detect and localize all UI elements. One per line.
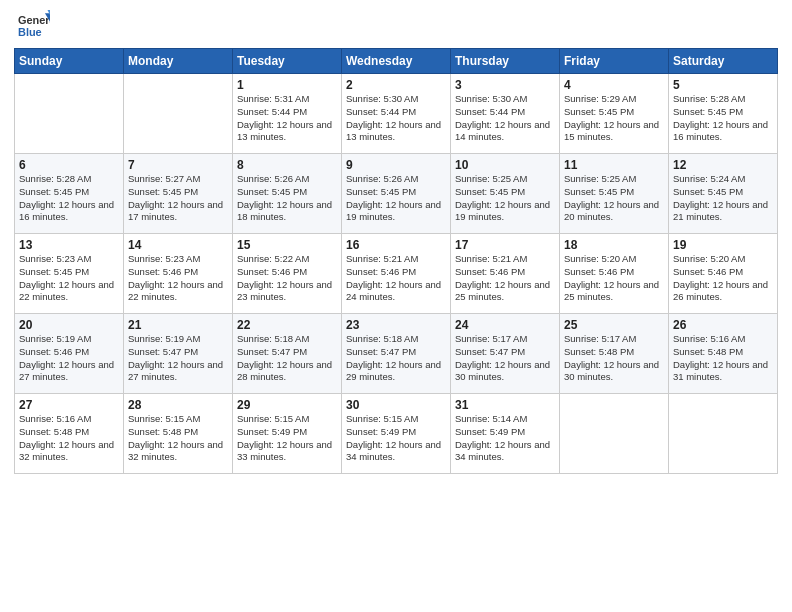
day-number: 19 <box>673 238 773 252</box>
calendar-cell: 24Sunrise: 5:17 AMSunset: 5:47 PMDayligh… <box>451 314 560 394</box>
daylight-text: Daylight: 12 hours and 29 minutes. <box>346 359 446 385</box>
page: General Blue SundayMondayTuesdayWednesda… <box>0 0 792 612</box>
calendar-cell: 13Sunrise: 5:23 AMSunset: 5:45 PMDayligh… <box>15 234 124 314</box>
calendar-cell: 6Sunrise: 5:28 AMSunset: 5:45 PMDaylight… <box>15 154 124 234</box>
daylight-text: Daylight: 12 hours and 22 minutes. <box>19 279 119 305</box>
day-number: 13 <box>19 238 119 252</box>
sunset-text: Sunset: 5:46 PM <box>673 266 773 279</box>
day-info: Sunrise: 5:18 AMSunset: 5:47 PMDaylight:… <box>346 333 446 384</box>
sunset-text: Sunset: 5:44 PM <box>455 106 555 119</box>
day-number: 30 <box>346 398 446 412</box>
calendar-cell: 25Sunrise: 5:17 AMSunset: 5:48 PMDayligh… <box>560 314 669 394</box>
day-number: 23 <box>346 318 446 332</box>
day-info: Sunrise: 5:24 AMSunset: 5:45 PMDaylight:… <box>673 173 773 224</box>
daylight-text: Daylight: 12 hours and 30 minutes. <box>564 359 664 385</box>
calendar-cell: 15Sunrise: 5:22 AMSunset: 5:46 PMDayligh… <box>233 234 342 314</box>
day-info: Sunrise: 5:20 AMSunset: 5:46 PMDaylight:… <box>564 253 664 304</box>
day-info: Sunrise: 5:25 AMSunset: 5:45 PMDaylight:… <box>455 173 555 224</box>
calendar-header-monday: Monday <box>124 49 233 74</box>
calendar-cell: 29Sunrise: 5:15 AMSunset: 5:49 PMDayligh… <box>233 394 342 474</box>
sunrise-text: Sunrise: 5:21 AM <box>455 253 555 266</box>
day-info: Sunrise: 5:28 AMSunset: 5:45 PMDaylight:… <box>19 173 119 224</box>
calendar-cell: 10Sunrise: 5:25 AMSunset: 5:45 PMDayligh… <box>451 154 560 234</box>
daylight-text: Daylight: 12 hours and 22 minutes. <box>128 279 228 305</box>
sunrise-text: Sunrise: 5:16 AM <box>673 333 773 346</box>
daylight-text: Daylight: 12 hours and 19 minutes. <box>455 199 555 225</box>
daylight-text: Daylight: 12 hours and 33 minutes. <box>237 439 337 465</box>
sunset-text: Sunset: 5:49 PM <box>346 426 446 439</box>
calendar-cell: 21Sunrise: 5:19 AMSunset: 5:47 PMDayligh… <box>124 314 233 394</box>
sunset-text: Sunset: 5:44 PM <box>346 106 446 119</box>
calendar-header-saturday: Saturday <box>669 49 778 74</box>
sunrise-text: Sunrise: 5:28 AM <box>673 93 773 106</box>
daylight-text: Daylight: 12 hours and 19 minutes. <box>346 199 446 225</box>
daylight-text: Daylight: 12 hours and 32 minutes. <box>19 439 119 465</box>
calendar-cell <box>560 394 669 474</box>
day-number: 26 <box>673 318 773 332</box>
day-info: Sunrise: 5:18 AMSunset: 5:47 PMDaylight:… <box>237 333 337 384</box>
daylight-text: Daylight: 12 hours and 16 minutes. <box>19 199 119 225</box>
day-info: Sunrise: 5:22 AMSunset: 5:46 PMDaylight:… <box>237 253 337 304</box>
day-info: Sunrise: 5:14 AMSunset: 5:49 PMDaylight:… <box>455 413 555 464</box>
sunset-text: Sunset: 5:48 PM <box>673 346 773 359</box>
day-number: 11 <box>564 158 664 172</box>
sunrise-text: Sunrise: 5:20 AM <box>673 253 773 266</box>
day-number: 8 <box>237 158 337 172</box>
sunset-text: Sunset: 5:45 PM <box>564 106 664 119</box>
sunrise-text: Sunrise: 5:15 AM <box>346 413 446 426</box>
day-info: Sunrise: 5:23 AMSunset: 5:45 PMDaylight:… <box>19 253 119 304</box>
calendar-cell: 4Sunrise: 5:29 AMSunset: 5:45 PMDaylight… <box>560 74 669 154</box>
sunrise-text: Sunrise: 5:18 AM <box>237 333 337 346</box>
sunrise-text: Sunrise: 5:25 AM <box>455 173 555 186</box>
day-info: Sunrise: 5:17 AMSunset: 5:48 PMDaylight:… <box>564 333 664 384</box>
daylight-text: Daylight: 12 hours and 26 minutes. <box>673 279 773 305</box>
day-number: 5 <box>673 78 773 92</box>
calendar-week-row: 20Sunrise: 5:19 AMSunset: 5:46 PMDayligh… <box>15 314 778 394</box>
sunset-text: Sunset: 5:44 PM <box>237 106 337 119</box>
day-info: Sunrise: 5:23 AMSunset: 5:46 PMDaylight:… <box>128 253 228 304</box>
day-info: Sunrise: 5:28 AMSunset: 5:45 PMDaylight:… <box>673 93 773 144</box>
day-number: 3 <box>455 78 555 92</box>
day-number: 2 <box>346 78 446 92</box>
sunrise-text: Sunrise: 5:14 AM <box>455 413 555 426</box>
sunset-text: Sunset: 5:45 PM <box>455 186 555 199</box>
daylight-text: Daylight: 12 hours and 21 minutes. <box>673 199 773 225</box>
calendar-cell: 16Sunrise: 5:21 AMSunset: 5:46 PMDayligh… <box>342 234 451 314</box>
logo: General Blue <box>14 10 50 42</box>
calendar-week-row: 27Sunrise: 5:16 AMSunset: 5:48 PMDayligh… <box>15 394 778 474</box>
calendar-header-friday: Friday <box>560 49 669 74</box>
header: General Blue <box>14 10 778 42</box>
sunset-text: Sunset: 5:48 PM <box>128 426 228 439</box>
sunrise-text: Sunrise: 5:20 AM <box>564 253 664 266</box>
calendar-week-row: 6Sunrise: 5:28 AMSunset: 5:45 PMDaylight… <box>15 154 778 234</box>
day-number: 24 <box>455 318 555 332</box>
day-number: 25 <box>564 318 664 332</box>
calendar-table: SundayMondayTuesdayWednesdayThursdayFrid… <box>14 48 778 474</box>
calendar-cell: 22Sunrise: 5:18 AMSunset: 5:47 PMDayligh… <box>233 314 342 394</box>
sunset-text: Sunset: 5:46 PM <box>564 266 664 279</box>
calendar-header-wednesday: Wednesday <box>342 49 451 74</box>
calendar-cell: 19Sunrise: 5:20 AMSunset: 5:46 PMDayligh… <box>669 234 778 314</box>
daylight-text: Daylight: 12 hours and 32 minutes. <box>128 439 228 465</box>
sunrise-text: Sunrise: 5:18 AM <box>346 333 446 346</box>
day-number: 15 <box>237 238 337 252</box>
sunrise-text: Sunrise: 5:24 AM <box>673 173 773 186</box>
daylight-text: Daylight: 12 hours and 24 minutes. <box>346 279 446 305</box>
daylight-text: Daylight: 12 hours and 13 minutes. <box>346 119 446 145</box>
calendar-cell: 18Sunrise: 5:20 AMSunset: 5:46 PMDayligh… <box>560 234 669 314</box>
sunset-text: Sunset: 5:47 PM <box>128 346 228 359</box>
calendar-cell: 2Sunrise: 5:30 AMSunset: 5:44 PMDaylight… <box>342 74 451 154</box>
daylight-text: Daylight: 12 hours and 23 minutes. <box>237 279 337 305</box>
sunrise-text: Sunrise: 5:15 AM <box>237 413 337 426</box>
sunset-text: Sunset: 5:45 PM <box>128 186 228 199</box>
sunrise-text: Sunrise: 5:16 AM <box>19 413 119 426</box>
calendar-cell <box>669 394 778 474</box>
sunrise-text: Sunrise: 5:25 AM <box>564 173 664 186</box>
day-number: 27 <box>19 398 119 412</box>
sunset-text: Sunset: 5:46 PM <box>19 346 119 359</box>
day-info: Sunrise: 5:26 AMSunset: 5:45 PMDaylight:… <box>237 173 337 224</box>
sunrise-text: Sunrise: 5:23 AM <box>128 253 228 266</box>
sunset-text: Sunset: 5:48 PM <box>19 426 119 439</box>
calendar-week-row: 13Sunrise: 5:23 AMSunset: 5:45 PMDayligh… <box>15 234 778 314</box>
day-number: 6 <box>19 158 119 172</box>
